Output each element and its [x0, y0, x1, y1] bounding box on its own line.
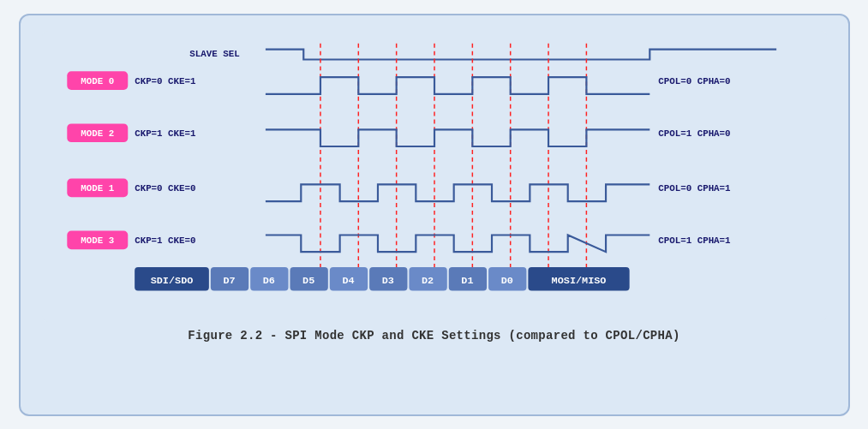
mode3-label: MODE 3: [81, 235, 114, 246]
diagram-container: .mono { font-family: 'Courier New', Cour…: [19, 14, 850, 416]
d6-label: D6: [262, 274, 274, 286]
mode2-params: CKP=1 CKE=1: [135, 128, 196, 139]
d2-label: D2: [422, 274, 434, 286]
mode3-params: CKP=1 CKE=0: [135, 235, 195, 246]
d3-label: D3: [381, 274, 393, 286]
mosi-miso-label: MOSI/MISO: [551, 274, 606, 286]
mode1-label: MODE 1: [81, 183, 114, 194]
mode0-params: CKP=0 CKE=1: [135, 76, 196, 86]
slave-sel-label: SLAVE SEL: [189, 48, 239, 58]
mode1-params: CKP=0 CKE=0: [135, 183, 195, 194]
d0-label: D0: [500, 274, 512, 286]
mode1-cpol: CPOL=0 CPHA=1: [658, 183, 731, 194]
mode0-label: MODE 0: [81, 76, 114, 86]
figure-caption: Figure 2.2 - SPI Mode CKP and CKE Settin…: [38, 329, 831, 343]
waveform-area: .mono { font-family: 'Courier New', Cour…: [38, 31, 831, 322]
mode0-cpol: CPOL=0 CPHA=0: [658, 76, 730, 86]
d7-label: D7: [223, 274, 235, 286]
mode2-cpol: CPOL=1 CPHA=0: [658, 128, 730, 139]
sdi-sdo-label: SDI/SDO: [150, 274, 193, 286]
mode3-cpol: CPOL=1 CPHA=1: [658, 235, 731, 246]
d5-label: D5: [302, 274, 314, 286]
d4-label: D4: [342, 274, 354, 286]
d1-label: D1: [461, 274, 473, 286]
diagram-svg: .mono { font-family: 'Courier New', Cour…: [38, 31, 831, 322]
mode2-label: MODE 2: [81, 128, 114, 139]
